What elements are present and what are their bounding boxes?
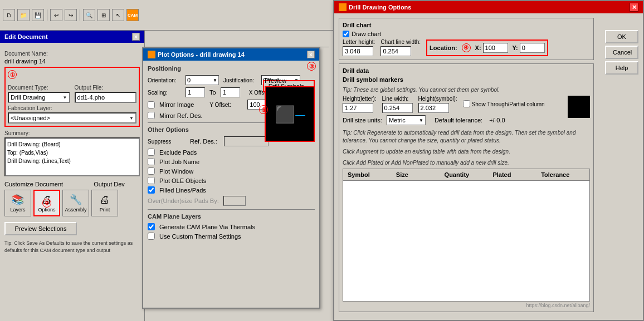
toolbar-cam-btn[interactable]: CAM [126, 9, 139, 21]
layers-icon-btn[interactable]: 📚 Layers [4, 190, 31, 216]
height-letter-label: Height(letter): [343, 96, 377, 102]
toolbar-new-btn[interactable]: 🗋 [3, 9, 15, 21]
scaling-from-input[interactable] [186, 87, 205, 97]
exclude-pads-cb[interactable] [148, 149, 155, 156]
print-icon-btn[interactable]: 🖨 Print [91, 190, 118, 216]
overundersize-label: Over(Under)size Pads By: [148, 197, 219, 204]
orientation-select[interactable]: 0 ▼ [186, 75, 219, 85]
location-box: Location: ④ X: Y: [426, 39, 548, 56]
line-width-label: Line width: [382, 96, 413, 102]
drill-units-row: Drill size units: Metric ▼ Default toler… [343, 115, 590, 125]
edit-document-title: Edit Document [4, 33, 48, 40]
preview-canvas: ⬛⏤ [265, 86, 315, 142]
height-letter-group: Height(letter): [343, 96, 377, 113]
y-input[interactable] [520, 43, 545, 53]
x-field: X: [475, 43, 508, 53]
edit-document-header: Edit Document × [0, 31, 144, 43]
height-letter-input[interactable] [343, 103, 373, 113]
plot-job-row: Plot Job Name [148, 158, 315, 165]
doc-type-label: Document Type: [8, 85, 70, 91]
scaling-label: Scaling: [148, 90, 181, 96]
scaling-to-text: To [209, 89, 216, 96]
toolbar-undo-btn[interactable]: ↩ [50, 9, 62, 21]
mirror-image-cb[interactable] [148, 101, 155, 108]
tip4: Click Add Plated or Add NonPlated to man… [343, 159, 590, 167]
doc-name-label: Document Name: [4, 51, 140, 57]
summary-box: Drill Drawing: (Board) Top: (Pads,Vias) … [4, 137, 140, 176]
letter-height-input[interactable] [343, 46, 373, 56]
x-input[interactable] [483, 43, 508, 53]
drill-symbol-fields: Height(letter): Line width: Height(symbo… [343, 96, 590, 113]
plot-options-title: Plot Options - drill drawing 14 [158, 51, 245, 58]
exclude-pads-row: Exclude Pads [148, 149, 315, 156]
filled-lines-row: Filled Lines/Pads [148, 186, 315, 194]
drill-data-section: Drill data Drill symbol markers Tip: The… [339, 63, 594, 312]
edit-document-close[interactable]: × [132, 33, 140, 41]
plot-ole-cb[interactable] [148, 177, 155, 184]
mirror-refdes-cb[interactable] [148, 112, 155, 119]
col-tolerance: Tolerance [539, 170, 587, 179]
positioning-header: Positioning [148, 65, 315, 72]
cam-plane-header: CAM Plane Layers [148, 213, 315, 220]
exclude-pads-label: Exclude Pads [159, 149, 197, 156]
overundersize-input[interactable] [223, 196, 246, 206]
generate-cam-via-row: Generate CAM Plane Via Thermals [148, 223, 315, 230]
filled-lines-label: Filled Lines/Pads [159, 187, 206, 194]
custom-thermal-cb[interactable] [148, 233, 155, 240]
toolbar-zoom-btn[interactable]: 🔍 [83, 9, 95, 21]
toolbar-save-btn[interactable]: 💾 [32, 9, 44, 21]
col-symbol: Symbol [345, 170, 394, 179]
cancel-btn[interactable]: Cancel [605, 46, 638, 59]
drill-units-label: Drill size units: [343, 117, 382, 124]
chart-line-width-label: Chart line width: [380, 39, 421, 45]
assembly-icon-btn[interactable]: 🔧 Assembly [62, 190, 89, 216]
drill-opts-header: Drill Drawing Options ✕ [334, 1, 643, 13]
plot-job-cb[interactable] [148, 158, 155, 165]
options-icon-btn[interactable]: ② 🖨 Options [33, 190, 60, 216]
filled-lines-cb[interactable] [148, 186, 155, 194]
divider2 [148, 209, 315, 210]
doc-type-fabrication-outline: ① Document Type: Drill Drawing ▼ Output … [4, 67, 140, 127]
drill-opts-icon [339, 3, 347, 11]
preview-selections-btn[interactable]: Preview Selections [4, 222, 77, 235]
black-square [568, 96, 590, 118]
y-label: Y: [513, 45, 518, 51]
table-header: Symbol Size Quantity Plated Tolerance [343, 169, 589, 181]
drill-chart-section: Drill chart Draw chart Letter height: Ch… [339, 18, 594, 60]
plot-job-label: Plot Job Name [159, 159, 199, 165]
toolbar-fit-btn[interactable]: ⊞ [97, 9, 110, 21]
toolbar-redo-btn[interactable]: ↪ [65, 9, 77, 21]
drill-chart-title: Drill chart [343, 22, 590, 28]
ok-btn[interactable]: OK [605, 30, 638, 43]
fab-layer-select[interactable]: <Unassigned> ▼ [8, 112, 136, 124]
generate-cam-via-cb[interactable] [148, 223, 155, 230]
toolbar-select-btn[interactable]: ↖ [112, 9, 124, 21]
line-width-input[interactable] [382, 103, 413, 113]
tip3: Click Augment to update an existing tabl… [343, 148, 590, 156]
customize-title: Customize Document Output Dev [4, 181, 140, 187]
col-quantity: Quantity [442, 170, 491, 179]
drill-symbol-markers: Drill symbol markers [343, 76, 590, 83]
edit-document-panel: Edit Document × Document Name: drill dra… [0, 31, 145, 321]
plot-options-header: Plot Options - drill drawing 14 × [143, 48, 319, 61]
plot-options-close[interactable]: × [307, 51, 315, 58]
doc-type-field: Document Type: Drill Drawing ▼ [8, 81, 70, 103]
show-through-cb[interactable] [463, 100, 470, 107]
drill-units-select[interactable]: Metric ▼ [387, 115, 426, 125]
scaling-to-input[interactable] [221, 87, 240, 97]
output-file-input[interactable]: dd1-4.pho [75, 92, 137, 103]
plot-window-cb[interactable] [148, 167, 155, 175]
plot-options-dialog: Plot Options - drill drawing 14 × Drill … [142, 47, 320, 309]
drill-opts-close-btn[interactable]: ✕ [630, 3, 638, 12]
refdes-input[interactable] [224, 136, 269, 146]
show-through-label: Show Through/Partial column [472, 101, 545, 107]
drill-drawing-options-dialog: Drill Drawing Options ✕ OK Cancel Help D… [333, 0, 644, 321]
yoffset-label: Y Offset: [209, 102, 243, 108]
chart-line-width-input[interactable] [380, 46, 411, 56]
height-symbol-input[interactable] [418, 103, 449, 113]
doc-type-select[interactable]: Drill Drawing ▼ [8, 92, 70, 103]
layers-symbol: 📚 [12, 194, 24, 206]
toolbar-open-btn[interactable]: 📁 [17, 9, 30, 21]
draw-chart-cb[interactable] [343, 31, 349, 37]
help-btn[interactable]: Help [605, 61, 638, 75]
